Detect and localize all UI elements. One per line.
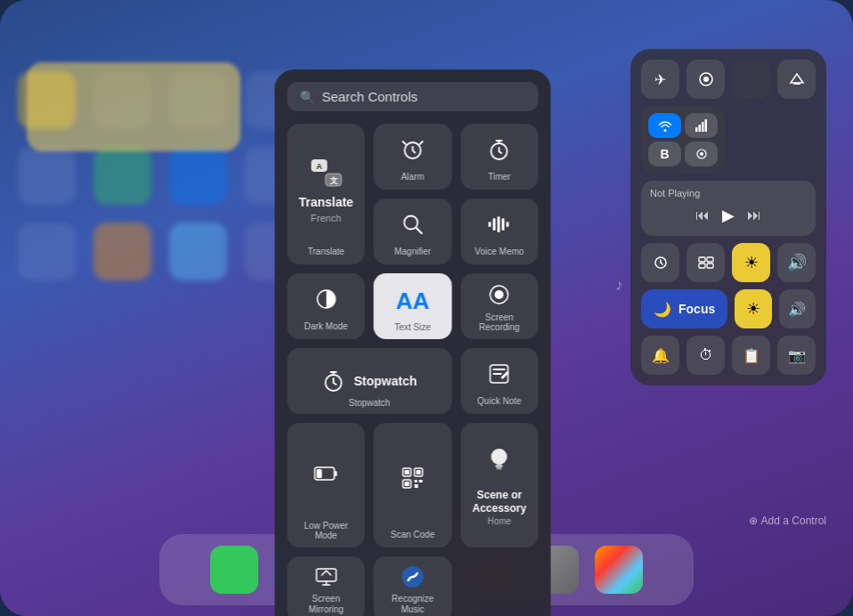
svg-point-1 <box>703 77 709 82</box>
controls-grid: A 文 Translate French Translate <box>288 124 539 616</box>
brightness-control[interactable]: ☀ <box>735 289 771 328</box>
search-icon: 🔍 <box>300 90 315 104</box>
svg-rect-40 <box>416 470 420 474</box>
voice-memo-icon <box>487 213 512 236</box>
svg-rect-26 <box>507 222 509 227</box>
add-control-button[interactable]: ⊕ Add a Control <box>749 515 826 527</box>
timer-button[interactable]: ⏱ <box>686 336 725 375</box>
quick-note-label: Quick Note <box>477 396 521 407</box>
bulb-icon <box>483 444 516 483</box>
svg-rect-32 <box>493 369 506 370</box>
connectivity-cluster: B <box>641 106 725 174</box>
voice-memo-control[interactable]: Voice Memo <box>460 199 538 264</box>
screen-mirroring-icon <box>314 565 337 588</box>
alarm-button[interactable]: 🔔 <box>641 336 679 375</box>
low-power-label: Low PowerMode <box>304 521 347 540</box>
alarm-label: Alarm <box>401 172 424 182</box>
svg-rect-25 <box>502 218 505 231</box>
airdrop2-icon <box>695 148 708 160</box>
volume-control[interactable]: 🔊 <box>779 289 816 328</box>
airdrop-icon <box>697 70 715 88</box>
cellular-button[interactable] <box>685 113 718 138</box>
screen-mirror-button[interactable] <box>686 243 725 282</box>
timer-icon <box>488 138 511 161</box>
lock-rotation-button[interactable] <box>641 243 679 282</box>
notes-button[interactable]: 📋 <box>732 336 770 375</box>
text-size-label: Text Size <box>394 322 431 332</box>
scan-code-control[interactable]: Scan Code <box>374 423 451 547</box>
quick-note-control[interactable]: Quick Note <box>460 348 538 414</box>
svg-text:文: 文 <box>329 176 337 185</box>
translate-icon: A 文 <box>309 158 343 191</box>
airplane-mode-button[interactable]: ✈ <box>641 60 679 99</box>
svg-rect-24 <box>498 216 500 232</box>
svg-point-29 <box>495 290 504 299</box>
magnifier-label: Magnifier <box>394 247 431 257</box>
moon-icon: 🌙 <box>654 301 671 318</box>
airplay-icon <box>789 71 805 87</box>
alarm-icon <box>401 138 424 161</box>
svg-rect-5 <box>698 125 701 132</box>
svg-rect-47 <box>496 465 503 467</box>
airdrop2-button[interactable] <box>685 142 718 166</box>
low-power-control[interactable]: Low PowerMode <box>288 423 365 547</box>
wifi-button[interactable] <box>648 113 681 138</box>
focus-button[interactable]: 🌙 Focus <box>641 289 727 328</box>
screen-mirroring-control[interactable]: Screen Mirroring <box>288 556 365 616</box>
svg-rect-11 <box>699 257 705 262</box>
screen-mirror-icon <box>698 255 714 271</box>
bg-app-icon <box>169 223 227 280</box>
svg-rect-6 <box>702 122 704 132</box>
brightness-sun-button[interactable]: ☀ <box>732 243 770 282</box>
dark-mode-control[interactable]: Dark Mode <box>288 273 365 339</box>
svg-rect-13 <box>699 263 705 268</box>
dark-mode-label: Dark Mode <box>305 321 348 332</box>
text-size-control[interactable]: AA Text Size <box>374 273 451 339</box>
scene-title: Scene orAccessory <box>472 489 526 515</box>
not-playing-label: Not Playing <box>650 188 807 199</box>
scan-code-icon <box>401 466 424 490</box>
magnifier-icon <box>401 213 424 236</box>
music-note-decoration: ♪ <box>615 276 623 295</box>
svg-rect-43 <box>414 480 417 482</box>
search-controls-panel: 🔍 Search Controls A 文 Translate French <box>275 69 551 616</box>
translate-control[interactable]: A 文 Translate French Translate <box>288 124 365 264</box>
search-bar[interactable]: 🔍 Search Controls <box>288 82 539 111</box>
stopwatch-control[interactable]: Stopwatch Stopwatch <box>288 348 452 414</box>
quick-note-icon <box>488 362 511 385</box>
scene-subtitle: Home <box>487 516 511 526</box>
bg-app-icon <box>169 147 227 205</box>
airdrop-button[interactable] <box>686 60 725 99</box>
bluetooth-button[interactable]: B <box>648 142 681 166</box>
voice-memo-label: Voice Memo <box>475 247 524 257</box>
recognize-music-control[interactable]: Recognize Music <box>374 556 451 616</box>
add-control-label: Add a Control <box>761 515 826 527</box>
scene-accessory-control[interactable]: Scene orAccessory Home <box>460 423 538 547</box>
bulb-svg <box>483 444 516 476</box>
play-button[interactable]: ▶ <box>722 206 735 225</box>
bg-app-icon <box>93 147 151 205</box>
alarm-control[interactable]: Alarm <box>374 124 451 190</box>
magnifier-control[interactable]: Magnifier <box>374 199 451 264</box>
fast-forward-button[interactable]: ⏭ <box>747 207 761 223</box>
svg-rect-12 <box>707 257 713 262</box>
dock-messages-icon[interactable] <box>210 546 258 594</box>
airplay-button[interactable] <box>777 60 816 99</box>
plus-icon: ⊕ <box>749 515 758 527</box>
stopwatch-sublabel: Stopwatch <box>348 398 390 409</box>
camera-button[interactable]: 📷 <box>777 336 816 375</box>
screen-recording-control[interactable]: ScreenRecording <box>460 273 538 339</box>
svg-rect-35 <box>316 469 321 478</box>
timer-control[interactable]: Timer <box>460 124 538 190</box>
low-power-icon <box>313 463 338 484</box>
dock-photos-icon[interactable] <box>595 546 643 594</box>
wifi-icon <box>658 118 672 133</box>
svg-rect-14 <box>707 263 713 268</box>
translate-label: Translate <box>308 247 345 257</box>
svg-rect-45 <box>414 484 418 488</box>
volume-button[interactable]: 🔊 <box>777 243 816 282</box>
svg-rect-42 <box>404 482 409 486</box>
rewind-button[interactable]: ⏮ <box>695 207 710 223</box>
top-widget <box>27 62 240 151</box>
svg-point-9 <box>700 152 703 156</box>
